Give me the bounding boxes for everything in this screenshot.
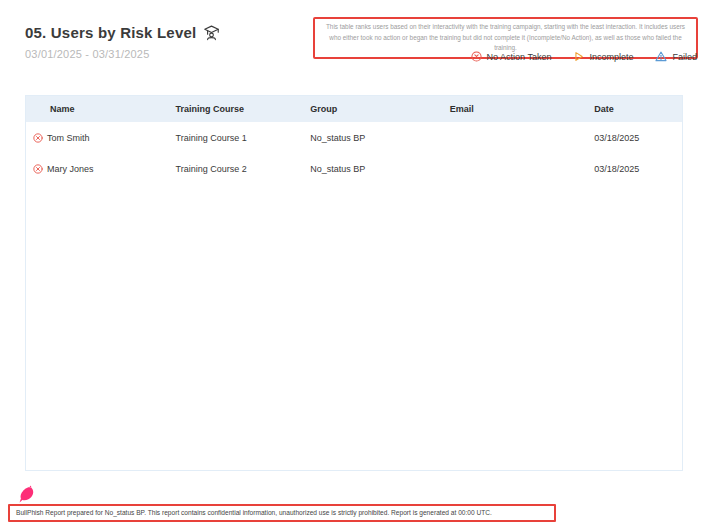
- training-course: Training Course 1: [176, 133, 311, 143]
- report-page: 05. Users by Risk Level 03/01/2025 - 03/…: [0, 0, 707, 528]
- column-header-group: Group: [310, 104, 450, 114]
- date-value: 03/18/2025: [594, 133, 682, 143]
- user-name: Mary Jones: [47, 164, 94, 174]
- footer-disclaimer: BullPhish Report prepared for No_status …: [8, 504, 556, 522]
- date-value: 03/18/2025: [594, 164, 682, 174]
- date-range: 03/01/2025 - 03/31/2025: [25, 48, 149, 60]
- column-header-date: Date: [594, 104, 682, 114]
- incomplete-play-icon: [573, 51, 584, 62]
- page-title: 05. Users by Risk Level: [25, 24, 196, 41]
- user-name: Tom Smith: [47, 133, 90, 143]
- table-row: Tom Smith Training Course 1 No_status BP…: [26, 122, 682, 153]
- legend-item-no-action: No Action Taken: [471, 51, 552, 62]
- failed-warning-triangle-icon: [655, 51, 667, 62]
- group-name: No_status BP: [310, 133, 450, 143]
- no-action-circle-x-icon: [33, 133, 43, 143]
- status-legend: No Action Taken Incomplete Failed: [471, 51, 697, 62]
- graduate-icon: [203, 24, 220, 41]
- no-action-circle-x-icon: [33, 164, 43, 174]
- table-header-row: Name Training Course Group Email Date: [26, 96, 682, 122]
- column-header-course: Training Course: [176, 104, 311, 114]
- risk-table: Name Training Course Group Email Date To…: [25, 95, 683, 471]
- bullphish-fish-icon: [18, 485, 35, 504]
- column-header-name: Name: [26, 104, 176, 114]
- legend-item-failed: Failed: [655, 51, 697, 62]
- group-name: No_status BP: [310, 164, 450, 174]
- legend-label: Incomplete: [589, 52, 633, 62]
- table-row: Mary Jones Training Course 2 No_status B…: [26, 153, 682, 184]
- no-action-circle-x-icon: [471, 51, 482, 62]
- training-course: Training Course 2: [176, 164, 311, 174]
- header-title-row: 05. Users by Risk Level: [25, 24, 220, 41]
- legend-label: Failed: [672, 52, 697, 62]
- legend-item-incomplete: Incomplete: [573, 51, 633, 62]
- legend-label: No Action Taken: [487, 52, 552, 62]
- column-header-email: Email: [450, 104, 595, 114]
